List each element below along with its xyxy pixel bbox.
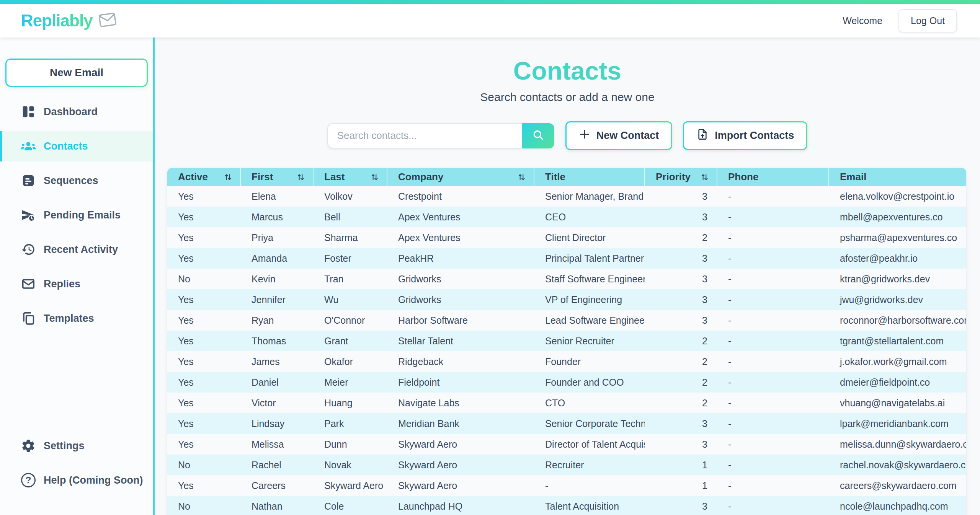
sidebar-item-recent-activity[interactable]: Recent Activity: [0, 234, 153, 265]
page-title: Contacts: [155, 56, 980, 85]
table-row[interactable]: YesThomasGrantStellar TalentSenior Recru…: [167, 331, 966, 351]
sidebar-item-sequences[interactable]: Sequences: [0, 165, 153, 196]
table-row[interactable]: NoKevinTranGridworksStaff Software Engin…: [167, 269, 966, 289]
cell-last: Meier: [314, 372, 387, 393]
cell-last: Okafor: [314, 351, 387, 372]
cell-email: mbell@apexventures.co: [829, 207, 966, 227]
table-row[interactable]: YesPriyaSharmaApex VenturesClient Direct…: [167, 227, 966, 248]
sidebar-item-label: Templates: [44, 313, 94, 324]
cell-company: Gridworks: [387, 289, 534, 310]
column-header-last[interactable]: Last: [314, 168, 387, 186]
cell-active: Yes: [167, 372, 241, 393]
cell-email: dmeier@fieldpoint.co: [829, 372, 966, 393]
cell-title: Lead Software Engineer: [534, 310, 645, 331]
column-header-company[interactable]: Company: [387, 168, 534, 186]
cell-email: jwu@gridworks.dev: [829, 289, 966, 310]
sidebar-item-help[interactable]: ? Help (Coming Soon): [0, 465, 153, 495]
cell-phone: -: [717, 186, 829, 207]
cell-last: O'Connor: [314, 310, 387, 331]
search-input[interactable]: [327, 123, 522, 148]
sidebar-item-dashboard[interactable]: Dashboard: [0, 96, 153, 127]
new-contact-button[interactable]: New Contact: [565, 121, 673, 150]
new-contact-label: New Contact: [596, 130, 659, 142]
cell-last: Park: [314, 413, 387, 434]
table-row[interactable]: YesJenniferWuGridworksVP of Engineering3…: [167, 289, 966, 310]
search-button[interactable]: [522, 123, 554, 148]
import-contacts-button[interactable]: Import Contacts: [683, 121, 807, 150]
cell-first: Rachel: [241, 455, 314, 475]
new-email-button[interactable]: New Email: [5, 59, 148, 87]
sidebar-item-label: Sequences: [44, 175, 98, 187]
import-contacts-label: Import Contacts: [715, 130, 794, 142]
cell-priority: 3: [645, 413, 717, 434]
table-row[interactable]: YesLindsayParkMeridian BankSenior Corpor…: [167, 413, 966, 434]
cell-first: Nathan: [241, 496, 314, 515]
cell-first: Daniel: [241, 372, 314, 393]
actions-row: New Contact Import Contacts: [155, 121, 980, 150]
cell-active: No: [167, 455, 241, 475]
column-header-first[interactable]: First: [241, 168, 314, 186]
cell-phone: -: [717, 372, 829, 393]
sort-icon[interactable]: [370, 172, 379, 182]
pending-emails-icon: [20, 208, 37, 222]
cell-title: Client Director: [534, 227, 645, 248]
cell-phone: -: [717, 207, 829, 227]
cell-active: Yes: [167, 475, 241, 496]
brand-logo[interactable]: Repliably: [21, 11, 116, 30]
welcome-text: Welcome: [843, 15, 882, 26]
table-row[interactable]: YesJamesOkaforRidgebackFounder2-j.okafor…: [167, 351, 966, 372]
sort-icon[interactable]: [296, 172, 305, 182]
cell-priority: 3: [645, 269, 717, 289]
table-row[interactable]: NoNathanColeLaunchpad HQTalent Acquisiti…: [167, 496, 966, 515]
cell-first: Priya: [241, 227, 314, 248]
table-row[interactable]: YesRyanO'ConnorHarbor SoftwareLead Softw…: [167, 310, 966, 331]
cell-company: Skyward Aero: [387, 475, 534, 496]
sidebar-item-label: Dashboard: [44, 106, 98, 118]
cell-active: Yes: [167, 289, 241, 310]
cell-phone: -: [717, 455, 829, 475]
column-header-priority[interactable]: Priority: [645, 168, 717, 186]
sidebar-item-settings[interactable]: Settings: [0, 430, 153, 461]
cell-priority: 2: [645, 393, 717, 413]
table-row[interactable]: YesAmandaFosterPeakHRPrincipal Talent Pa…: [167, 248, 966, 269]
sidebar-item-contacts[interactable]: Contacts: [0, 131, 153, 161]
cell-company: Gridworks: [387, 269, 534, 289]
table-row[interactable]: YesMarcusBellApex VenturesCEO3-mbell@ape…: [167, 207, 966, 227]
sort-icon[interactable]: [517, 172, 526, 182]
cell-last: Novak: [314, 455, 387, 475]
cell-active: Yes: [167, 186, 241, 207]
cell-first: James: [241, 351, 314, 372]
sort-icon[interactable]: [700, 172, 709, 182]
sidebar-item-templates[interactable]: Templates: [0, 303, 153, 334]
table-row[interactable]: YesElenaVolkovCrestpointSenior Manager, …: [167, 186, 966, 207]
table-row[interactable]: YesCareersSkyward AeroSkyward Aero-1-car…: [167, 475, 966, 496]
cell-priority: 2: [645, 227, 717, 248]
sequences-icon: [20, 173, 37, 188]
cell-last: Huang: [314, 393, 387, 413]
cell-title: VP of Engineering: [534, 289, 645, 310]
cell-email: vhuang@navigatelabs.ai: [829, 393, 966, 413]
sidebar-item-pending-emails[interactable]: Pending Emails: [0, 200, 153, 230]
cell-company: Fieldpoint: [387, 372, 534, 393]
column-label: Active: [178, 171, 208, 183]
sidebar: New Email Dashboard Contacts Sequences: [0, 37, 155, 515]
cell-title: Talent Acquisition: [534, 496, 645, 515]
sidebar-item-label: Help (Coming Soon): [44, 474, 143, 486]
cell-first: Melissa: [241, 434, 314, 455]
column-label: First: [252, 171, 273, 183]
logout-button[interactable]: Log Out: [898, 9, 957, 33]
sort-icon[interactable]: [224, 172, 232, 182]
sidebar-item-replies[interactable]: Replies: [0, 269, 153, 299]
table-row[interactable]: NoRachelNovakSkyward AeroRecruiter1-rach…: [167, 455, 966, 475]
cell-email: elena.volkov@crestpoint.io: [829, 186, 966, 207]
table-row[interactable]: YesDanielMeierFieldpointFounder and COO2…: [167, 372, 966, 393]
top-accent-bar: [0, 0, 980, 4]
table-row[interactable]: YesVictorHuangNavigate LabsCTO2-vhuang@n…: [167, 393, 966, 413]
column-header-active[interactable]: Active: [167, 168, 241, 186]
cell-first: Careers: [241, 475, 314, 496]
cell-priority: 3: [645, 186, 717, 207]
cell-phone: -: [717, 289, 829, 310]
column-label: Title: [545, 171, 565, 183]
cell-title: Director of Talent Acquisi: [534, 434, 645, 455]
table-row[interactable]: YesMelissaDunnSkyward AeroDirector of Ta…: [167, 434, 966, 455]
